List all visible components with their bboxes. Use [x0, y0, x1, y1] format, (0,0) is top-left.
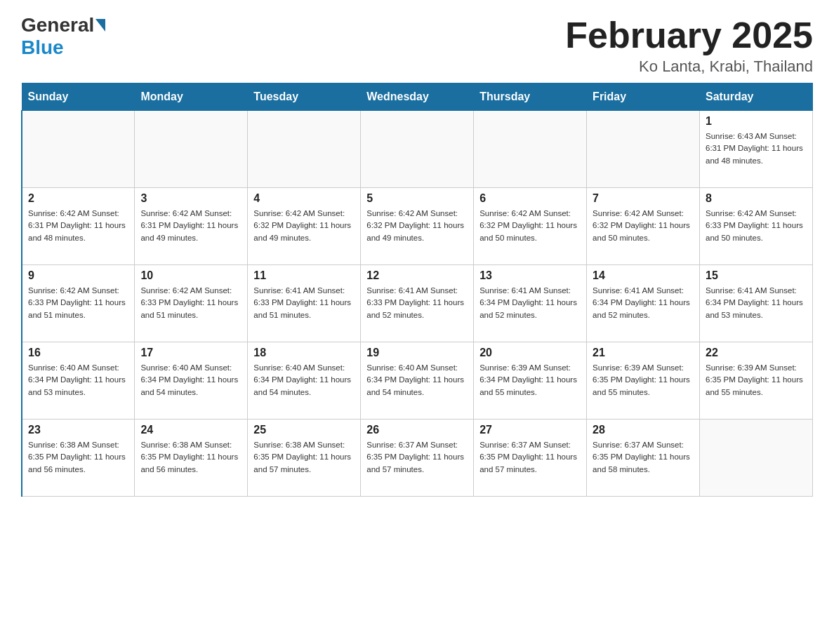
- day-info: Sunrise: 6:38 AM Sunset: 6:35 PM Dayligh…: [28, 439, 128, 476]
- day-info: Sunrise: 6:37 AM Sunset: 6:35 PM Dayligh…: [366, 439, 468, 476]
- calendar-cell: 6Sunrise: 6:42 AM Sunset: 6:32 PM Daylig…: [474, 188, 587, 265]
- day-info: Sunrise: 6:38 AM Sunset: 6:35 PM Dayligh…: [253, 439, 355, 476]
- page-header: General Blue February 2025 Ko Lanta, Kra…: [21, 14, 813, 76]
- calendar-cell: 20Sunrise: 6:39 AM Sunset: 6:34 PM Dayli…: [474, 342, 587, 420]
- calendar-cell: 4Sunrise: 6:42 AM Sunset: 6:32 PM Daylig…: [248, 188, 361, 265]
- calendar-cell: 5Sunrise: 6:42 AM Sunset: 6:32 PM Daylig…: [361, 188, 474, 265]
- calendar-cell: 27Sunrise: 6:37 AM Sunset: 6:35 PM Dayli…: [474, 420, 587, 497]
- day-number: 1: [706, 115, 807, 128]
- day-number: 26: [366, 424, 468, 436]
- day-number: 22: [706, 347, 807, 359]
- day-number: 12: [366, 269, 468, 282]
- calendar-cell: 16Sunrise: 6:40 AM Sunset: 6:34 PM Dayli…: [22, 342, 135, 420]
- weekday-header-monday: Monday: [135, 83, 248, 111]
- weekday-header-tuesday: Tuesday: [248, 83, 361, 111]
- calendar-cell: [700, 420, 813, 497]
- weekday-header-friday: Friday: [587, 83, 700, 111]
- title-block: February 2025 Ko Lanta, Krabi, Thailand: [565, 14, 813, 76]
- day-number: 18: [253, 347, 355, 359]
- day-info: Sunrise: 6:41 AM Sunset: 6:34 PM Dayligh…: [593, 285, 694, 321]
- logo-general-text: General: [21, 14, 94, 36]
- day-number: 13: [479, 269, 581, 282]
- calendar-cell: 28Sunrise: 6:37 AM Sunset: 6:35 PM Dayli…: [587, 420, 700, 497]
- day-info: Sunrise: 6:41 AM Sunset: 6:33 PM Dayligh…: [366, 285, 468, 321]
- weekday-header-wednesday: Wednesday: [361, 83, 474, 111]
- day-info: Sunrise: 6:42 AM Sunset: 6:32 PM Dayligh…: [366, 208, 468, 244]
- calendar-cell: 14Sunrise: 6:41 AM Sunset: 6:34 PM Dayli…: [587, 265, 700, 342]
- calendar-cell: 1Sunrise: 6:43 AM Sunset: 6:31 PM Daylig…: [700, 111, 813, 188]
- day-info: Sunrise: 6:41 AM Sunset: 6:33 PM Dayligh…: [253, 285, 355, 321]
- day-number: 24: [140, 424, 241, 436]
- weekday-header-thursday: Thursday: [474, 83, 587, 111]
- day-number: 25: [253, 424, 355, 436]
- day-number: 10: [140, 269, 241, 282]
- day-number: 6: [479, 192, 581, 205]
- day-info: Sunrise: 6:40 AM Sunset: 6:34 PM Dayligh…: [140, 362, 241, 398]
- calendar-week-row: 9Sunrise: 6:42 AM Sunset: 6:33 PM Daylig…: [22, 265, 813, 342]
- day-info: Sunrise: 6:40 AM Sunset: 6:34 PM Dayligh…: [28, 362, 128, 398]
- day-number: 27: [479, 424, 581, 436]
- calendar-week-row: 23Sunrise: 6:38 AM Sunset: 6:35 PM Dayli…: [22, 420, 813, 497]
- calendar-cell: [22, 111, 135, 188]
- calendar-cell: 25Sunrise: 6:38 AM Sunset: 6:35 PM Dayli…: [248, 420, 361, 497]
- calendar-cell: 10Sunrise: 6:42 AM Sunset: 6:33 PM Dayli…: [135, 265, 248, 342]
- calendar-cell: 17Sunrise: 6:40 AM Sunset: 6:34 PM Dayli…: [135, 342, 248, 420]
- day-info: Sunrise: 6:39 AM Sunset: 6:35 PM Dayligh…: [706, 362, 807, 398]
- day-number: 11: [253, 269, 355, 282]
- day-info: Sunrise: 6:42 AM Sunset: 6:32 PM Dayligh…: [253, 208, 355, 244]
- day-info: Sunrise: 6:41 AM Sunset: 6:34 PM Dayligh…: [479, 285, 581, 321]
- day-number: 9: [28, 269, 128, 282]
- calendar-week-row: 1Sunrise: 6:43 AM Sunset: 6:31 PM Daylig…: [22, 111, 813, 188]
- day-number: 17: [140, 347, 241, 359]
- day-info: Sunrise: 6:40 AM Sunset: 6:34 PM Dayligh…: [253, 362, 355, 398]
- calendar-week-row: 16Sunrise: 6:40 AM Sunset: 6:34 PM Dayli…: [22, 342, 813, 420]
- month-title: February 2025: [565, 14, 813, 56]
- day-info: Sunrise: 6:42 AM Sunset: 6:33 PM Dayligh…: [706, 208, 807, 244]
- day-info: Sunrise: 6:38 AM Sunset: 6:35 PM Dayligh…: [140, 439, 241, 476]
- weekday-header-saturday: Saturday: [700, 83, 813, 111]
- day-info: Sunrise: 6:42 AM Sunset: 6:32 PM Dayligh…: [593, 208, 694, 244]
- calendar-cell: 24Sunrise: 6:38 AM Sunset: 6:35 PM Dayli…: [135, 420, 248, 497]
- calendar-cell: 12Sunrise: 6:41 AM Sunset: 6:33 PM Dayli…: [361, 265, 474, 342]
- calendar-cell: 19Sunrise: 6:40 AM Sunset: 6:34 PM Dayli…: [361, 342, 474, 420]
- day-number: 19: [366, 347, 468, 359]
- calendar-table: SundayMondayTuesdayWednesdayThursdayFrid…: [21, 83, 813, 497]
- weekday-header-sunday: Sunday: [22, 83, 135, 111]
- day-info: Sunrise: 6:42 AM Sunset: 6:32 PM Dayligh…: [479, 208, 581, 244]
- calendar-cell: 9Sunrise: 6:42 AM Sunset: 6:33 PM Daylig…: [22, 265, 135, 342]
- day-number: 15: [706, 269, 807, 282]
- calendar-cell: 18Sunrise: 6:40 AM Sunset: 6:34 PM Dayli…: [248, 342, 361, 420]
- day-number: 4: [253, 192, 355, 205]
- location-title: Ko Lanta, Krabi, Thailand: [565, 58, 813, 76]
- day-info: Sunrise: 6:37 AM Sunset: 6:35 PM Dayligh…: [593, 439, 694, 476]
- calendar-cell: [474, 111, 587, 188]
- day-number: 20: [479, 347, 581, 359]
- day-info: Sunrise: 6:39 AM Sunset: 6:34 PM Dayligh…: [479, 362, 581, 398]
- calendar-cell: [135, 111, 248, 188]
- calendar-cell: [587, 111, 700, 188]
- day-number: 23: [28, 424, 128, 436]
- day-info: Sunrise: 6:41 AM Sunset: 6:34 PM Dayligh…: [706, 285, 807, 321]
- day-info: Sunrise: 6:42 AM Sunset: 6:31 PM Dayligh…: [28, 208, 128, 244]
- calendar-cell: 21Sunrise: 6:39 AM Sunset: 6:35 PM Dayli…: [587, 342, 700, 420]
- day-number: 2: [28, 192, 128, 205]
- calendar-cell: 15Sunrise: 6:41 AM Sunset: 6:34 PM Dayli…: [700, 265, 813, 342]
- day-number: 28: [593, 424, 694, 436]
- logo: General Blue: [21, 14, 107, 59]
- day-number: 3: [140, 192, 241, 205]
- day-info: Sunrise: 6:42 AM Sunset: 6:31 PM Dayligh…: [140, 208, 241, 244]
- calendar-cell: [361, 111, 474, 188]
- calendar-cell: 13Sunrise: 6:41 AM Sunset: 6:34 PM Dayli…: [474, 265, 587, 342]
- day-info: Sunrise: 6:43 AM Sunset: 6:31 PM Dayligh…: [706, 130, 807, 167]
- day-info: Sunrise: 6:42 AM Sunset: 6:33 PM Dayligh…: [28, 285, 128, 321]
- day-number: 7: [593, 192, 694, 205]
- day-info: Sunrise: 6:42 AM Sunset: 6:33 PM Dayligh…: [140, 285, 241, 321]
- day-number: 16: [28, 347, 128, 359]
- calendar-week-row: 2Sunrise: 6:42 AM Sunset: 6:31 PM Daylig…: [22, 188, 813, 265]
- calendar-cell: 23Sunrise: 6:38 AM Sunset: 6:35 PM Dayli…: [22, 420, 135, 497]
- calendar-cell: 2Sunrise: 6:42 AM Sunset: 6:31 PM Daylig…: [22, 188, 135, 265]
- day-number: 21: [593, 347, 694, 359]
- day-info: Sunrise: 6:39 AM Sunset: 6:35 PM Dayligh…: [593, 362, 694, 398]
- weekday-header-row: SundayMondayTuesdayWednesdayThursdayFrid…: [22, 83, 813, 111]
- day-number: 8: [706, 192, 807, 205]
